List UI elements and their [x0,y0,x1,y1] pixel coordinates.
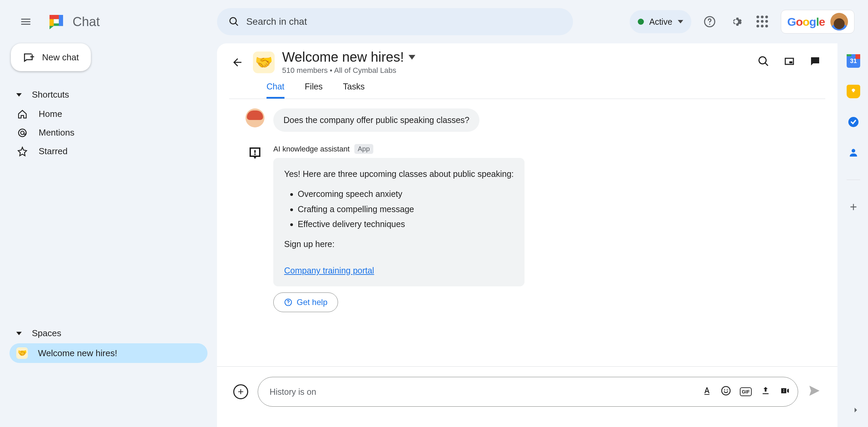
svg-point-1 [21,131,24,135]
tab-tasks[interactable]: Tasks [343,82,365,99]
svg-point-10 [852,149,855,152]
svg-point-6 [722,387,730,395]
chat-logo: Chat [46,12,100,32]
nav-starred[interactable]: Starred [9,142,208,161]
chevron-down-icon [678,20,683,23]
user-avatar[interactable] [830,13,848,30]
video-button[interactable] [780,386,790,398]
svg-point-3 [709,24,710,25]
settings-button[interactable] [728,14,744,30]
back-button[interactable] [229,54,245,70]
tab-chat[interactable]: Chat [267,82,284,99]
star-icon [16,146,28,157]
tasks-addon[interactable] [847,115,860,129]
new-chat-button[interactable]: New chat [11,43,91,71]
bot-message: AI knowledge assistant App Yes! Here are… [231,144,824,312]
bot-name: AI knowledge assistant [273,145,350,154]
space-icon: 🤝 [253,52,275,73]
svg-point-8 [727,389,728,390]
svg-point-0 [19,129,26,137]
upload-button[interactable] [761,386,771,398]
apps-grid-icon [756,16,769,28]
svg-point-5 [288,304,289,305]
app-badge: App [354,144,373,154]
status-dot-icon [638,19,644,25]
sidepanel-divider [847,180,860,180]
spaces-section[interactable]: Spaces [9,323,208,343]
user-message: Does the company offer public speaking c… [231,108,824,132]
pip-button[interactable] [783,55,795,69]
get-help-button[interactable]: Get help [273,292,338,312]
gif-button[interactable]: GIF [740,387,752,396]
mention-icon [16,128,28,138]
emoji-button[interactable] [721,386,731,398]
message-bubble: Does the company offer public speaking c… [273,108,479,132]
search-icon [229,16,239,27]
svg-point-7 [724,389,725,390]
apps-button[interactable] [754,14,771,30]
toggle-thread-button[interactable] [809,55,821,69]
get-addons-button[interactable]: + [847,200,860,214]
search-bar[interactable] [217,8,573,35]
space-item-welcome[interactable]: 🤝 Welcome new hires! [9,343,208,363]
search-input[interactable] [246,16,561,27]
format-button[interactable] [702,386,712,398]
nav-mentions[interactable]: Mentions [9,123,208,142]
account-switcher[interactable]: Google [781,10,854,34]
space-subtitle: 510 members • All of Cymbal Labs [282,66,750,75]
keep-addon[interactable] [847,85,860,98]
space-title-dropdown[interactable]: Welcome new hires! [282,49,750,65]
bot-icon [245,144,264,163]
search-in-space-button[interactable] [757,55,770,69]
collapse-sidepanel-button[interactable] [851,405,861,417]
shortcuts-section[interactable]: Shortcuts [9,85,208,105]
training-portal-link[interactable]: Company training portal [284,266,374,275]
contacts-addon[interactable] [847,146,860,159]
send-button[interactable] [808,384,821,400]
attach-button[interactable]: + [233,384,248,399]
chevron-down-icon [16,332,22,335]
tab-files[interactable]: Files [305,82,323,99]
app-name: Chat [73,15,100,29]
bot-bubble: Yes! Here are three upcoming classes abo… [273,158,525,286]
status-selector[interactable]: Active [630,10,691,33]
chevron-down-icon [409,55,415,60]
calendar-addon[interactable]: 31 [847,54,860,68]
new-chat-label: New chat [42,52,79,63]
compose-input[interactable] [270,387,702,397]
google-logo: Google [787,15,825,28]
nav-home[interactable]: Home [9,105,208,123]
main-menu-button[interactable] [18,14,34,30]
home-icon [16,109,28,119]
compose-input-container[interactable]: GIF [258,377,798,407]
user-avatar-small [245,108,264,127]
chevron-down-icon [16,93,22,97]
handshake-icon: 🤝 [16,347,28,359]
help-button[interactable] [702,14,718,30]
